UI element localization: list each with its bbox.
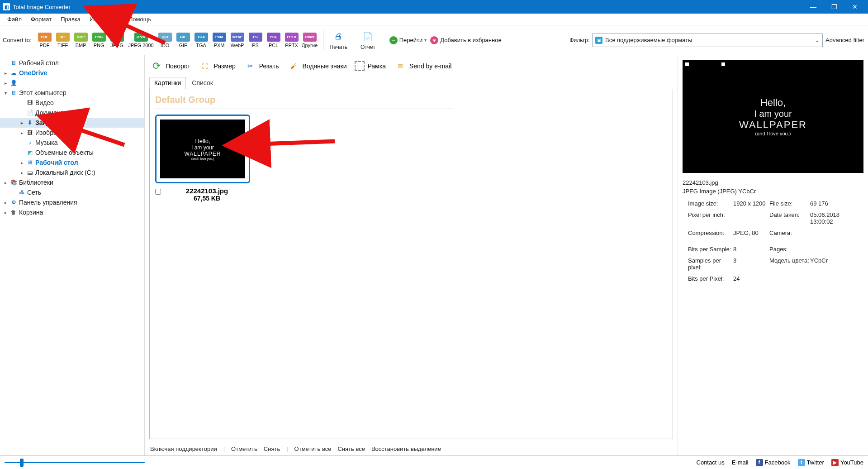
menu-file[interactable]: Файл xyxy=(3,14,26,24)
filter-dropdown[interactable]: ▣ Все поддерживаемые форматы ⌄ xyxy=(592,34,823,47)
thumbnail-image: Hello, I am your WALLPAPER (and I love y… xyxy=(160,120,245,178)
chevron-down-icon: ⌄ xyxy=(815,37,820,43)
crop-button[interactable]: ✂Резать xyxy=(244,60,279,72)
tree-libraries[interactable]: ▸📚Библиотеки xyxy=(0,177,144,187)
preview-filename: 22242103.jpg xyxy=(683,179,863,186)
tree-onedrive[interactable]: ▸☁OneDrive xyxy=(0,68,144,78)
print-button[interactable]: 🖨Печать xyxy=(330,30,347,50)
format-bmp[interactable]: BMPBMP xyxy=(72,33,90,48)
tree-documents[interactable]: 📄Документы xyxy=(0,108,144,118)
twitter-link[interactable]: tTwitter xyxy=(798,459,824,466)
convert-to-label: Convert to: xyxy=(3,37,36,43)
convert-toolbar: Convert to: PDFPDFTIFFTIFFBMPBMPPNGPNGJP… xyxy=(0,25,868,55)
check-button[interactable]: Отметить xyxy=(231,445,257,452)
preview-type: JPEG Image (JPEG) YCbCr xyxy=(683,188,863,195)
close-button[interactable]: ✕ xyxy=(844,0,865,14)
contact-link[interactable]: Contact us xyxy=(697,459,725,466)
image-icon: ▣ xyxy=(595,37,602,44)
minimize-button[interactable]: ― xyxy=(803,0,824,14)
menu-favorites[interactable]: Избранное xyxy=(85,14,124,24)
tree-this-pc[interactable]: ▾🖥Этот компьютер xyxy=(0,88,144,98)
format-ico[interactable]: ICOICO xyxy=(157,33,174,48)
format-png[interactable]: PNGPNG xyxy=(90,33,108,48)
tree-recycle[interactable]: ▸🗑Корзина xyxy=(0,207,144,217)
email-button[interactable]: ✉Send by e-mail xyxy=(394,60,451,72)
tree-user[interactable]: ▸👤 xyxy=(0,78,144,88)
include-subdirs[interactable]: Включая поддиректории xyxy=(150,445,217,452)
tree-desktop2[interactable]: ▸🖥Рабочий стол xyxy=(0,158,144,168)
menu-format[interactable]: Формат xyxy=(26,14,56,24)
format-other-label: Другие xyxy=(302,43,318,48)
action-bar: ⟳Поворот ⛶Размер ✂Резать 🖌Водяные знаки … xyxy=(145,55,678,77)
watermark-button[interactable]: 🖌Водяные знаки xyxy=(287,60,347,72)
format-pxm[interactable]: PXMPXM xyxy=(211,33,228,48)
tree-music[interactable]: ♪Музыка xyxy=(0,138,144,148)
report-button[interactable]: 📄Отчет xyxy=(360,30,375,50)
gallery-bottom-bar: Включая поддиректории| Отметить Снять| О… xyxy=(145,442,678,455)
tree-desktop[interactable]: 🖥Рабочий стол xyxy=(0,58,144,68)
uncheck-button[interactable]: Снять xyxy=(264,445,280,452)
gallery-view: Default Group Hello, I am your WALLPAPER… xyxy=(149,89,673,439)
format-webp[interactable]: WebPWebP xyxy=(229,33,246,48)
format-pdf[interactable]: PDFPDF xyxy=(36,33,53,48)
format-jpeg2000[interactable]: JP2KJPEG 2000 xyxy=(127,33,156,48)
folder-tree: 🖥Рабочий стол ▸☁OneDrive ▸👤 ▾🖥Этот компь… xyxy=(0,55,145,455)
facebook-link[interactable]: fFacebook xyxy=(756,459,791,466)
thumbnail-filename: 22242103.jpg xyxy=(164,187,250,195)
goto-button[interactable]: →Перейти▾ xyxy=(389,36,427,44)
group-title: Default Group xyxy=(155,95,667,105)
format-jpeg[interactable]: JPEGJPEG xyxy=(109,33,126,48)
thumbnail-item[interactable]: Hello, I am your WALLPAPER (and I love y… xyxy=(155,115,250,202)
email-link[interactable]: E-mail xyxy=(732,459,749,466)
tree-network[interactable]: 🖧Сеть xyxy=(0,187,144,197)
frame-button[interactable]: Рамка xyxy=(355,61,386,71)
maximize-button[interactable]: ❐ xyxy=(824,0,844,14)
menu-bar: Файл Формат Правка Избранное Помощь xyxy=(0,14,868,25)
format-pptx[interactable]: PPTXPPTX xyxy=(283,33,300,48)
menu-help[interactable]: Помощь xyxy=(124,14,156,24)
zoom-slider[interactable] xyxy=(5,462,145,463)
add-favorite-button[interactable]: ♥Добавить в избранное xyxy=(430,36,501,44)
title-bar: ◧ Total Image Converter ― ❐ ✕ xyxy=(0,0,868,14)
app-icon: ◧ xyxy=(3,3,10,10)
preview-panel: Hello, I am your WALLPAPER (and I love y… xyxy=(678,55,868,455)
youtube-link[interactable]: ▶YouTube xyxy=(831,459,863,466)
tree-3dobjects[interactable]: ◩Объемные объекты xyxy=(0,148,144,158)
tree-pictures[interactable]: ▸🖼Изображения xyxy=(0,128,144,138)
format-other[interactable]: OtherДругие xyxy=(301,33,318,48)
uncheckall-button[interactable]: Снять все xyxy=(337,445,365,452)
checkall-button[interactable]: Отметить все xyxy=(294,445,332,452)
tab-images[interactable]: Картинки xyxy=(149,77,186,89)
status-bar: Contact us E-mail fFacebook tTwitter ▶Yo… xyxy=(0,455,868,469)
format-pcl[interactable]: PCLPCL xyxy=(265,33,282,48)
tree-controlpanel[interactable]: ▸⚙Панель управления xyxy=(0,197,144,207)
format-tga[interactable]: TGATGA xyxy=(193,33,210,48)
tree-downloads[interactable]: ▸⬇Загрузки xyxy=(0,118,144,128)
filter-label: Фильтр: xyxy=(569,37,589,43)
format-gif[interactable]: GIFGIF xyxy=(175,33,192,48)
menu-edit[interactable]: Правка xyxy=(56,14,85,24)
preview-image: Hello, I am your WALLPAPER (and I love y… xyxy=(683,60,863,173)
app-title: Total Image Converter xyxy=(13,4,71,10)
thumbnail-filesize: 67,55 KB xyxy=(164,195,250,202)
rotate-button[interactable]: ⟳Поворот xyxy=(150,60,190,72)
tab-list[interactable]: Список xyxy=(187,77,218,89)
advanced-filter-link[interactable]: Advanced filter xyxy=(825,37,864,43)
resize-button[interactable]: ⛶Размер xyxy=(199,60,236,72)
thumbnail-checkbox[interactable] xyxy=(155,189,161,195)
restore-selection-button[interactable]: Восстановить выделение xyxy=(371,445,441,452)
view-tabs: Картинки Список xyxy=(145,77,678,89)
tree-video[interactable]: 🎞Видео xyxy=(0,98,144,108)
format-tiff[interactable]: TIFFTIFF xyxy=(54,33,71,48)
format-ps[interactable]: PSPS xyxy=(247,33,264,48)
tree-localdisk[interactable]: ▸🖴Локальный диск (C:) xyxy=(0,168,144,177)
